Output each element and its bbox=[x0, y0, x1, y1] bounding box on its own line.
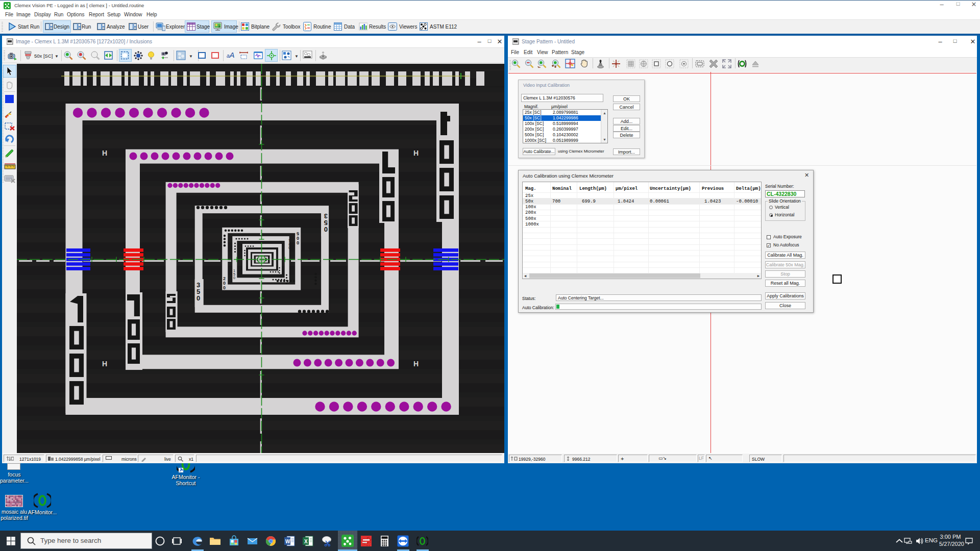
svg-text:1: 1 bbox=[233, 269, 235, 272]
svg-text:X: X bbox=[304, 539, 308, 544]
svg-text:0: 0 bbox=[197, 294, 200, 302]
svg-text:H: H bbox=[413, 360, 419, 368]
svg-text:H: H bbox=[102, 360, 107, 368]
svg-text:1: 1 bbox=[288, 239, 290, 242]
svg-text:5: 5 bbox=[297, 231, 299, 236]
svg-text:0: 0 bbox=[233, 276, 235, 280]
svg-text:2: 2 bbox=[288, 242, 290, 246]
svg-text:5: 5 bbox=[233, 272, 235, 276]
svg-text:3: 3 bbox=[324, 212, 328, 220]
svg-text:H: H bbox=[102, 149, 107, 157]
svg-text:W: W bbox=[285, 539, 290, 544]
svg-text:0: 0 bbox=[223, 285, 226, 290]
svg-text:H: H bbox=[413, 149, 419, 157]
svg-text:0: 0 bbox=[288, 246, 290, 249]
